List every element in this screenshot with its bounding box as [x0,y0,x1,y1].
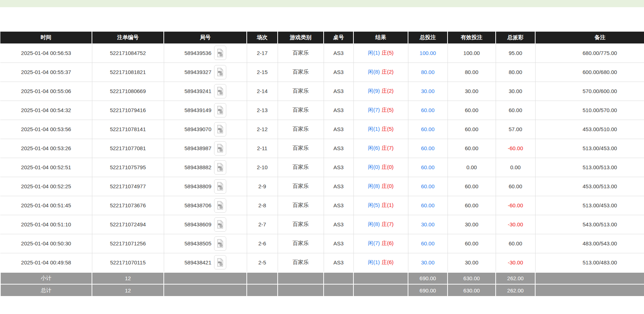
round-number-wrap: 589438505 [184,236,226,251]
video-replay-button[interactable] [214,236,226,251]
cell-valid-bet: 60.00 [448,101,496,120]
cell-total-bet[interactable]: 60.00 [408,120,448,139]
cell-session: 2-8 [247,196,278,215]
cell-session: 2-15 [247,63,278,82]
cell-session: 2-12 [247,120,278,139]
round-number: 589439327 [184,69,211,75]
result-banker: 庄(2) [382,69,394,75]
cell-time: 2025-01-04 00:55:37 [0,63,92,82]
cell-total-bet[interactable]: 100.00 [408,43,448,63]
round-number-wrap: 589439241 [184,84,226,98]
video-replay-button[interactable] [214,198,226,213]
cell-table-number: AS3 [324,196,353,215]
round-number: 589439149 [184,107,211,113]
table-row: 2025-01-04 00:56:53522171084752589439536… [0,43,644,63]
cell-remark: 453.00/513.00 [535,177,644,196]
cell-valid-bet: 100.00 [448,43,496,63]
video-replay-button[interactable] [214,217,226,232]
round-number-wrap: 589438609 [184,217,226,232]
cell-total-bet[interactable]: 30.00 [408,215,448,234]
column-header-4: 游戏类别 [278,32,324,43]
video-file-icon [216,220,224,229]
cell-valid-bet: 60.00 [448,196,496,215]
video-replay-button[interactable] [214,160,226,175]
result-player: 闲(0) [368,164,380,170]
cell-result: 闲(9)庄(2) [353,82,408,101]
video-file-icon [216,163,224,172]
result-player: 闲(9) [368,88,380,94]
video-replay-button[interactable] [214,84,226,98]
cell-round-number: 589438505 [164,234,247,253]
cell-total-bet[interactable]: 30.00 [408,82,448,101]
cell-round-number: 589439070 [164,120,247,139]
cell-payout: -60.00 [496,139,535,158]
video-replay-button[interactable] [214,179,226,194]
cell-total-bet[interactable]: 60.00 [408,139,448,158]
cell-time: 2025-01-04 00:53:26 [0,139,92,158]
round-number: 589438809 [184,183,211,189]
summary-result [353,284,408,296]
cell-total-bet[interactable]: 60.00 [408,196,448,215]
video-replay-button[interactable] [214,141,226,156]
column-header-9: 总派彩 [496,32,535,43]
table-footer: 小计12690.00630.00262.00总计12690.00630.0026… [0,272,644,296]
cell-round-number: 589438609 [164,215,247,234]
round-number-wrap: 589438706 [184,198,226,213]
column-header-5: 桌号 [324,32,353,43]
cell-time: 2025-01-04 00:51:10 [0,215,92,234]
video-replay-button[interactable] [214,65,226,79]
cell-session: 2-6 [247,234,278,253]
cell-time: 2025-01-04 00:51:45 [0,196,92,215]
cell-total-bet[interactable]: 80.00 [408,63,448,82]
cell-payout: 60.00 [496,101,535,120]
cell-total-bet[interactable]: 30.00 [408,253,448,272]
result-banker: 庄(5) [382,126,394,132]
cell-payout: -60.00 [496,196,535,215]
cell-time: 2025-01-04 00:52:51 [0,158,92,177]
round-number-wrap: 589438987 [184,141,226,156]
cell-remark: 570.00/600.00 [535,82,644,101]
table-row: 2025-01-04 00:53:26522171077081589438987… [0,139,644,158]
cell-bet-number: 522171074977 [92,177,164,196]
cell-bet-number: 522171073676 [92,196,164,215]
video-file-icon [216,239,224,248]
cell-total-bet[interactable]: 60.00 [408,101,448,120]
cell-table-number: AS3 [324,43,353,63]
cell-valid-bet: 60.00 [448,120,496,139]
video-replay-button[interactable] [214,255,226,269]
result-player: 闲(1) [368,126,380,132]
cell-round-number: 589439149 [164,101,247,120]
cell-valid-bet: 60.00 [448,139,496,158]
video-file-icon [216,68,224,77]
result-banker: 庄(6) [382,259,394,265]
table-header: 时间注单编号局号场次游戏类别桌号结果总投注有效投注总派彩备注 [0,32,644,43]
round-number: 589439070 [184,126,211,132]
cell-remark: 513.00/483.00 [535,253,644,272]
cell-game-type: 百家乐 [278,196,324,215]
cell-valid-bet: 60.00 [448,177,496,196]
video-replay-button[interactable] [214,103,226,117]
cell-table-number: AS3 [324,120,353,139]
summary-session [247,284,278,296]
cell-game-type: 百家乐 [278,177,324,196]
summary-count: 12 [92,284,164,296]
video-replay-button[interactable] [214,46,226,60]
cell-table-number: AS3 [324,234,353,253]
summary-remark [535,272,644,284]
cell-time: 2025-01-04 00:55:06 [0,82,92,101]
round-number-wrap: 589439149 [184,103,226,117]
cell-total-bet[interactable]: 60.00 [408,234,448,253]
cell-total-bet[interactable]: 60.00 [408,158,448,177]
cell-game-type: 百家乐 [278,101,324,120]
cell-result: 闲(0)庄(0) [353,158,408,177]
cell-total-bet[interactable]: 60.00 [408,177,448,196]
cell-bet-number: 522171081821 [92,63,164,82]
cell-payout: -30.00 [496,253,535,272]
cell-bet-number: 522171070115 [92,253,164,272]
result-banker: 庄(0) [382,183,394,189]
video-replay-button[interactable] [214,122,226,137]
cell-time: 2025-01-04 00:54:32 [0,101,92,120]
result-banker: 庄(5) [382,50,394,56]
cell-session: 2-17 [247,43,278,63]
cell-bet-number: 522171075795 [92,158,164,177]
